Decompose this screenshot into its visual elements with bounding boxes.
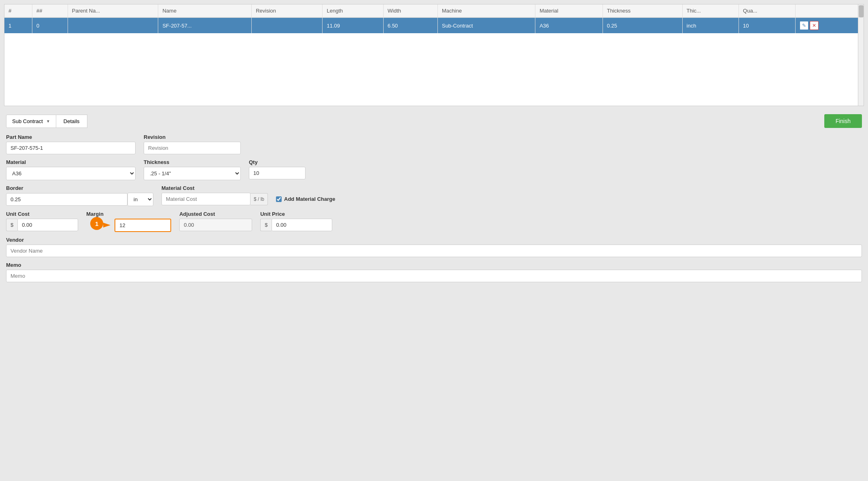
cell-name: SF-207-57...	[158, 17, 252, 33]
adjusted-cost-group: Adjusted Cost 0.00	[179, 211, 252, 231]
empty-label	[276, 185, 335, 191]
cell-hash: 0	[32, 17, 68, 33]
vendor-group: Vendor	[6, 237, 862, 257]
unit-price-currency: $	[260, 219, 272, 231]
unit-cost-group: Unit Cost $	[6, 211, 78, 231]
col-header-material: Material	[535, 4, 603, 17]
material-cost-label: Material Cost	[161, 185, 268, 191]
delete-icon: ✕	[812, 23, 816, 28]
memo-group: Memo	[6, 262, 862, 282]
scrollbar-thumb	[859, 5, 864, 17]
qty-label: Qty	[249, 159, 306, 165]
col-header-name: Name	[158, 4, 252, 17]
edit-icon: ✎	[802, 23, 806, 28]
add-material-charge-group: Add Material Charge	[276, 185, 335, 202]
qty-input[interactable]	[249, 167, 306, 179]
border-group: Border in mm	[6, 185, 153, 206]
part-name-group: Part Name	[6, 134, 136, 154]
col-header-qty-abbr: Qua...	[739, 4, 796, 17]
border-unit-select[interactable]: in mm	[127, 193, 153, 206]
part-name-input[interactable]	[6, 142, 136, 154]
material-cost-group: Material Cost $ / lb	[161, 185, 268, 205]
cell-material: A36	[535, 17, 603, 33]
col-header-parent-name: Parent Na...	[68, 4, 158, 17]
border-input[interactable]	[6, 193, 127, 206]
col-header-actions	[795, 4, 863, 17]
memo-label: Memo	[6, 262, 862, 268]
vendor-label: Vendor	[6, 237, 862, 243]
col-header-revision: Revision	[252, 4, 323, 17]
material-cost-input-group: $ / lb	[161, 193, 268, 205]
cell-machine: Sub-Contract	[437, 17, 535, 33]
form-section: Sub Contract ▼ Details Finish Part Name …	[4, 110, 864, 291]
revision-input[interactable]	[144, 142, 241, 154]
revision-label: Revision	[144, 134, 241, 140]
form-row-4: Unit Cost $ Margin 1 A	[6, 211, 862, 232]
cell-num: 1	[4, 17, 32, 33]
form-row-2: Material A36 A572 Thickness .25 - 1/4" .…	[6, 159, 862, 180]
cell-length: 11.09	[323, 17, 383, 33]
memo-input[interactable]	[6, 270, 862, 282]
table-row[interactable]: 1 0 SF-207-57... 11.09 6.50 Sub-Contract…	[4, 17, 864, 33]
form-row-6: Memo	[6, 262, 862, 282]
finish-button[interactable]: Finish	[824, 114, 862, 128]
unit-price-group: Unit Price $	[260, 211, 332, 231]
col-header-thickness: Thickness	[603, 4, 682, 17]
qty-group: Qty	[249, 159, 306, 179]
unit-cost-currency: $	[6, 219, 17, 231]
form-toolbar: Sub Contract ▼ Details Finish	[6, 114, 862, 128]
border-label: Border	[6, 185, 153, 191]
parts-table: # ## Parent Na... Name Revision Length W…	[4, 4, 864, 33]
thickness-group: Thickness .25 - 1/4" .375 - 3/8"	[144, 159, 241, 180]
dropdown-label: Sub Contract	[12, 118, 43, 124]
form-row-3: Border in mm Material Cost $ / lb	[6, 185, 862, 206]
material-cost-input[interactable]	[161, 193, 250, 205]
tab-label: Details	[64, 118, 80, 124]
material-select[interactable]: A36 A572	[6, 167, 136, 180]
annotation-tail-1	[103, 223, 110, 228]
unit-cost-input[interactable]	[17, 219, 78, 231]
cell-width: 6.50	[383, 17, 437, 33]
cell-parent-name	[68, 17, 158, 33]
col-header-num: #	[4, 4, 32, 17]
vendor-input[interactable]	[6, 245, 862, 257]
thickness-label: Thickness	[144, 159, 241, 165]
material-cost-unit: $ / lb	[250, 193, 268, 205]
material-label: Material	[6, 159, 136, 165]
margin-label: Margin	[86, 211, 171, 217]
col-header-machine: Machine	[437, 4, 535, 17]
annotation-bubble-1: 1	[90, 217, 103, 230]
material-group: Material A36 A572	[6, 159, 136, 180]
col-header-thic-abbr: Thic...	[682, 4, 739, 17]
margin-group: Margin 1	[86, 211, 171, 232]
details-tab[interactable]: Details	[56, 115, 87, 128]
thickness-select[interactable]: .25 - 1/4" .375 - 3/8"	[144, 167, 241, 180]
table-body: # ## Parent Na... Name Revision Length W…	[4, 4, 864, 106]
col-header-hash: ##	[32, 4, 68, 17]
col-header-width: Width	[383, 4, 437, 17]
unit-price-input[interactable]	[272, 219, 332, 231]
cell-thickness: 0.25	[603, 17, 682, 33]
cell-thic-abbr: inch	[682, 17, 739, 33]
part-name-label: Part Name	[6, 134, 136, 140]
revision-group: Revision	[144, 134, 241, 154]
scrollbar[interactable]	[858, 4, 864, 106]
add-material-charge-checkbox-group: Add Material Charge	[276, 196, 335, 202]
cell-revision	[252, 17, 323, 33]
unit-cost-input-group: $	[6, 219, 78, 231]
adjusted-cost-label: Adjusted Cost	[179, 211, 252, 217]
form-grid: Part Name Revision Material A36 A572	[6, 134, 862, 287]
add-material-charge-label: Add Material Charge	[284, 196, 335, 202]
unit-cost-label: Unit Cost	[6, 211, 78, 217]
form-row-5: Vendor	[6, 237, 862, 257]
add-material-charge-checkbox[interactable]	[276, 196, 282, 202]
parts-table-section: # ## Parent Na... Name Revision Length W…	[4, 4, 864, 106]
sub-contract-dropdown[interactable]: Sub Contract ▼	[6, 115, 56, 128]
delete-row-button[interactable]: ✕	[810, 21, 819, 30]
col-header-length: Length	[323, 4, 383, 17]
edit-row-button[interactable]: ✎	[800, 21, 809, 30]
adjusted-cost-display: 0.00	[179, 219, 252, 231]
margin-input[interactable]	[115, 219, 171, 232]
unit-price-label: Unit Price	[260, 211, 332, 217]
dropdown-arrow-icon: ▼	[46, 119, 50, 123]
